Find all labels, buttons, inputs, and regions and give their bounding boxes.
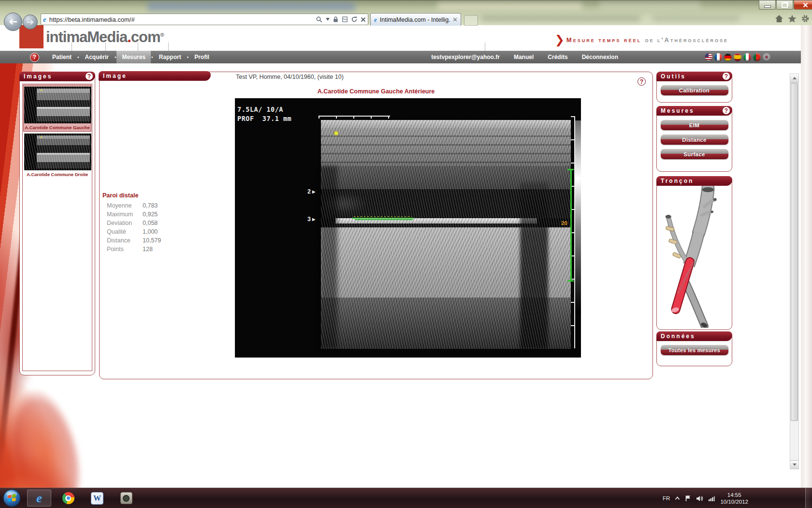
search-icon[interactable] bbox=[316, 16, 323, 23]
stat-label: Qualité bbox=[102, 228, 143, 235]
pt-flag-icon[interactable] bbox=[753, 53, 761, 61]
minimize-icon bbox=[764, 5, 771, 8]
close-button[interactable] bbox=[794, 0, 812, 10]
network-icon[interactable] bbox=[708, 495, 715, 501]
distance-button[interactable]: Distance bbox=[661, 134, 728, 145]
us-grayscale-bar bbox=[575, 120, 581, 314]
browser-tab[interactable]: e IntimaMedia.com - Intellig... bbox=[370, 13, 461, 26]
address-bar[interactable]: e https://beta.intimamedia.com/# bbox=[41, 14, 368, 25]
images-panel: Images ? A.Carotide Commune Gauche bbox=[19, 72, 95, 375]
taskbar-utility-button[interactable] bbox=[114, 490, 138, 507]
user-email: testvpexplorer@yahoo.fr bbox=[431, 54, 500, 60]
taskbar-ie-button[interactable]: e bbox=[27, 490, 51, 507]
surface-button[interactable]: Surface bbox=[661, 149, 728, 159]
images-panel-title: Images bbox=[24, 73, 52, 80]
taskbar-word-button[interactable]: W bbox=[85, 490, 109, 507]
nav-item-patient[interactable]: Patient bbox=[47, 51, 77, 63]
settings-gear-icon[interactable] bbox=[800, 14, 810, 23]
ie-favicon: e bbox=[43, 15, 46, 24]
forward-button[interactable] bbox=[23, 15, 38, 30]
artery-diagram[interactable]: © 2011 IntimaMedia.com bbox=[657, 186, 732, 328]
all-measures-button[interactable]: Toutes les mesures bbox=[661, 345, 728, 355]
manual-link[interactable]: Manuel bbox=[514, 54, 534, 60]
nav-item-mesures-active[interactable]: Mesures bbox=[116, 51, 151, 63]
screen: e https://beta.intimamedia.com/# e Intim… bbox=[0, 0, 812, 508]
page-scrollbar[interactable] bbox=[790, 74, 799, 469]
refresh-icon[interactable] bbox=[351, 16, 358, 23]
utility-icon bbox=[120, 492, 132, 504]
action-center-flag-icon[interactable] bbox=[685, 495, 691, 502]
de-flag-icon[interactable] bbox=[724, 53, 732, 61]
scroll-up-button[interactable] bbox=[790, 74, 798, 83]
restore-button[interactable] bbox=[776, 0, 793, 10]
clock-date: 10/10/2012 bbox=[720, 499, 748, 505]
stat-row: Distance10,579 bbox=[102, 237, 170, 244]
language-flags bbox=[705, 53, 770, 61]
chevron-icon: ❯ bbox=[555, 33, 565, 46]
stat-row: Maximum0,925 bbox=[102, 211, 170, 218]
nav-item-acquerir[interactable]: Acquérir bbox=[80, 51, 114, 63]
thumbnail-marker-dot bbox=[41, 90, 42, 91]
scroll-down-button[interactable] bbox=[790, 460, 798, 469]
fr-flag-icon[interactable] bbox=[714, 53, 722, 61]
us-marker-3: 3▶ bbox=[307, 216, 315, 223]
image-help-icon[interactable]: ? bbox=[638, 77, 646, 86]
volume-icon[interactable] bbox=[696, 495, 703, 502]
measurement-stats: Paroi distale Moyenne0,783 Maximum0,925 … bbox=[102, 192, 170, 254]
us-marker-2: 2▶ bbox=[307, 188, 315, 195]
outils-help-icon[interactable]: ? bbox=[722, 72, 730, 80]
logout-link[interactable]: Déconnexion bbox=[582, 54, 618, 60]
eim-button[interactable]: EIM bbox=[661, 120, 728, 130]
es-flag-icon[interactable] bbox=[734, 53, 741, 61]
depth-bracket-tick bbox=[567, 169, 574, 170]
show-desktop-button[interactable] bbox=[805, 488, 812, 508]
it-flag-icon[interactable] bbox=[743, 53, 751, 61]
outils-panel-title: Outils bbox=[661, 73, 686, 80]
stat-row: Points128 bbox=[102, 246, 170, 253]
scrollbar-thumb[interactable] bbox=[791, 83, 798, 421]
start-button[interactable] bbox=[3, 489, 21, 507]
echo-region bbox=[321, 120, 571, 349]
nav-item-rapport[interactable]: Rapport bbox=[154, 51, 187, 63]
us-flag-icon[interactable] bbox=[705, 53, 712, 61]
stat-value: 0,783 bbox=[143, 202, 158, 209]
url-text[interactable]: https://beta.intimamedia.com/# bbox=[49, 16, 316, 23]
thumbnail-list: A.Carotide Commune Gauche A.Carotide Com… bbox=[22, 84, 92, 371]
nav-item-profil[interactable]: Profil bbox=[189, 51, 215, 63]
browser-command-icons bbox=[774, 14, 810, 23]
back-icon bbox=[8, 18, 18, 25]
flame-streak bbox=[0, 411, 128, 488]
ultrasound-image[interactable]: 7.5LA/ 10/APROF 37.1 mm 2▶ 3▶ 20 bbox=[235, 98, 581, 358]
new-tab-button[interactable] bbox=[464, 15, 478, 26]
taskbar-clock[interactable]: 14:55 10/10/2012 bbox=[720, 492, 748, 505]
jp-flag-icon-disabled bbox=[763, 53, 770, 61]
stop-icon[interactable] bbox=[361, 17, 366, 22]
carotid-artery-diagram: © 2011 IntimaMedia.com bbox=[657, 186, 732, 328]
thumbnail-item-selected[interactable]: A.Carotide Commune Gauche bbox=[24, 85, 91, 131]
background-menu-blur bbox=[481, 15, 640, 21]
taskbar-browser-button[interactable] bbox=[56, 490, 80, 507]
logo-text: intimaMedia bbox=[46, 29, 127, 45]
tagline-gray: de l'Athérosclérose bbox=[645, 36, 728, 44]
stat-value: 10,579 bbox=[143, 237, 161, 244]
compatibility-view-icon[interactable] bbox=[342, 16, 348, 23]
language-indicator[interactable]: FR bbox=[663, 495, 670, 501]
search-dropdown-icon[interactable] bbox=[326, 18, 330, 21]
credits-link[interactable]: Crédits bbox=[548, 54, 567, 60]
back-button[interactable] bbox=[4, 13, 22, 31]
stat-value: 0,058 bbox=[143, 220, 158, 226]
minimize-button[interactable] bbox=[759, 0, 776, 10]
calibration-button[interactable]: Calibration bbox=[661, 85, 728, 95]
window-controls bbox=[759, 0, 812, 10]
thumbnail-item[interactable]: A.Carotide Commune Droite bbox=[24, 132, 91, 178]
mesures-help-icon[interactable]: ? bbox=[722, 106, 730, 115]
home-icon[interactable] bbox=[774, 14, 784, 23]
images-help-icon[interactable]: ? bbox=[85, 72, 93, 80]
favorites-star-icon[interactable] bbox=[787, 14, 797, 23]
stat-label: Points bbox=[102, 246, 143, 253]
taskbar-icons: e W bbox=[27, 490, 138, 507]
nav-help-icon[interactable]: ? bbox=[30, 53, 39, 62]
tab-close-icon[interactable] bbox=[453, 17, 457, 22]
hidden-icons-chevron-icon[interactable] bbox=[675, 496, 680, 500]
browser-ball-icon bbox=[62, 492, 74, 504]
